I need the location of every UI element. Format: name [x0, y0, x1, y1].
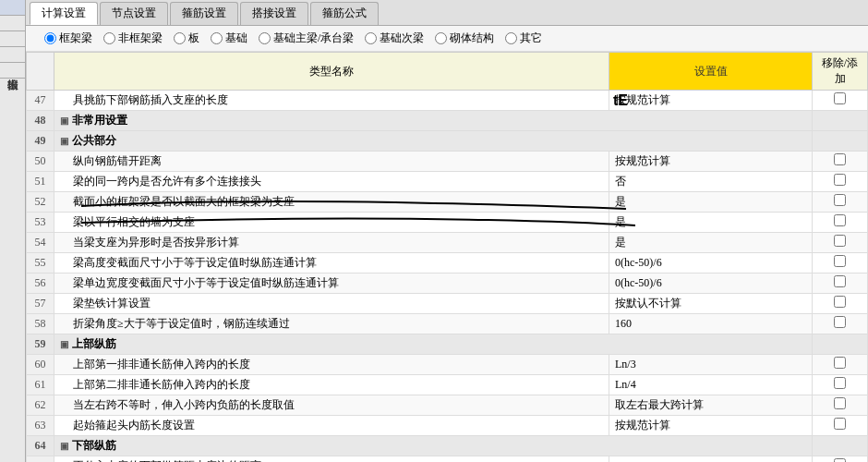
radio-foundation-secondary[interactable]: 基础次梁: [365, 30, 424, 46]
row-checkbox[interactable]: [834, 418, 846, 430]
action-cell[interactable]: [813, 375, 868, 395]
row-name: 上部第一排非通长筋伸入跨内的长度: [54, 355, 609, 375]
tab-bar: 计算设置 节点设置 箍筋设置 搭接设置 箍筋公式: [26, 0, 868, 26]
tab-stirrup-settings[interactable]: 箍筋设置: [170, 2, 238, 25]
settings-table: 类型名称 设置值 移除/添加 47具挑筋下部钢筋插入支座的长度按规范计算48▣非…: [26, 52, 868, 462]
action-cell[interactable]: [813, 395, 868, 416]
action-cell[interactable]: [813, 355, 868, 375]
row-value: 是: [609, 213, 813, 233]
row-checkbox[interactable]: [834, 275, 846, 287]
row-checkbox[interactable]: [834, 194, 846, 206]
action-cell: [813, 131, 868, 152]
row-checkbox[interactable]: [834, 296, 846, 308]
row-num: 54: [27, 233, 54, 253]
row-num: 64: [27, 436, 54, 456]
table-row: 52截面小的框架梁是否以截面大的框架梁为支座是: [27, 192, 868, 213]
row-checkbox[interactable]: [834, 397, 846, 409]
radio-foundation-main[interactable]: 基础主梁/承台梁: [259, 30, 354, 46]
row-name: 当左右跨不等时，伸入小跨内负筋的长度取值: [54, 395, 609, 416]
sidebar-item-engineering[interactable]: 工程设置: [0, 0, 25, 16]
action-cell[interactable]: [813, 152, 868, 172]
radio-frame-beam[interactable]: 框架梁: [44, 30, 92, 46]
action-cell[interactable]: [813, 294, 868, 314]
radio-masonry[interactable]: 砌体结构: [435, 30, 494, 46]
tab-node-settings[interactable]: 节点设置: [100, 2, 168, 25]
row-value: 否: [609, 172, 813, 192]
table-row: 60上部第一排非通长筋伸入跨内的长度Ln/3: [27, 355, 868, 375]
section-label-text: 上部纵筋: [72, 336, 116, 352]
table-row: 55梁高度变截面尺寸小于等于设定值时纵筋连通计算0(hc-50)/6: [27, 253, 868, 274]
radio-other-label: 其它: [520, 30, 542, 46]
action-cell[interactable]: [813, 172, 868, 192]
sidebar-item-component[interactable]: 单构件输入: [0, 31, 25, 47]
radio-other[interactable]: 其它: [505, 30, 542, 46]
radio-slab[interactable]: 板: [174, 30, 199, 46]
table-row: 61上部第二排非通长筋伸入跨内的长度Ln/4: [27, 375, 868, 395]
row-value: 0(hc-50)/6: [609, 253, 813, 274]
sidebar-item-sample[interactable]: 翻样明细: [0, 47, 25, 63]
radio-foundation-secondary-label: 基础次梁: [380, 30, 424, 46]
table-row: 58折梁角度≥大于等于设定值时，钢筋连续通过160: [27, 314, 868, 334]
action-cell[interactable]: [813, 233, 868, 253]
col-header-action: 移除/添加: [813, 53, 868, 91]
row-checkbox[interactable]: [834, 235, 846, 247]
action-cell[interactable]: [813, 456, 868, 463]
sidebar-item-report[interactable]: 报表输出: [0, 63, 25, 79]
action-cell[interactable]: [813, 91, 868, 111]
action-cell[interactable]: [813, 274, 868, 294]
table-row: 54当梁支座为异形时是否按异形计算是: [27, 233, 868, 253]
tab-stirrup-formula[interactable]: 箍筋公式: [310, 2, 379, 25]
action-cell[interactable]: [813, 192, 868, 213]
row-checkbox[interactable]: [834, 255, 846, 267]
action-cell[interactable]: [813, 314, 868, 334]
row-num: 49: [27, 131, 54, 152]
row-num: 65: [27, 456, 54, 463]
row-checkbox[interactable]: [834, 377, 846, 389]
expand-icon[interactable]: ▣: [60, 116, 68, 126]
row-value: 是: [609, 192, 813, 213]
sidebar-item-drawing[interactable]: 绘图输入: [0, 16, 25, 31]
row-num: 48: [27, 111, 54, 131]
table-row: 62当左右跨不等时，伸入小跨内负筋的长度取值取左右最大跨计算: [27, 395, 868, 416]
action-cell[interactable]: [813, 253, 868, 274]
radio-foundation[interactable]: 基础: [211, 30, 247, 46]
row-num: 60: [27, 355, 54, 375]
row-value: Ln/4: [609, 375, 813, 395]
expand-icon[interactable]: ▣: [60, 441, 68, 451]
row-value: 160: [609, 314, 813, 334]
row-checkbox[interactable]: [834, 357, 846, 369]
row-checkbox[interactable]: [834, 214, 846, 226]
table-row: 65不伸入支座的下部纵筋距支座边的距离0.1*L: [27, 456, 868, 463]
action-cell[interactable]: [813, 213, 868, 233]
tab-lap-settings[interactable]: 搭接设置: [240, 2, 308, 25]
row-name: 折梁角度≥大于等于设定值时，钢筋连续通过: [54, 314, 609, 334]
tab-calc-settings[interactable]: 计算设置: [30, 2, 98, 25]
section-label-text: 下部纵筋: [72, 438, 116, 454]
action-cell: [813, 334, 868, 355]
action-cell[interactable]: [813, 416, 868, 436]
row-num: 55: [27, 253, 54, 274]
expand-icon[interactable]: ▣: [60, 136, 68, 146]
table-row: 51梁的同一跨内是否允许有多个连接接头否: [27, 172, 868, 192]
row-checkbox[interactable]: [834, 92, 846, 104]
row-checkbox[interactable]: [834, 174, 846, 186]
col-header-value: 设置值: [609, 53, 813, 91]
table-wrapper: 类型名称 设置值 移除/添加 47具挑筋下部钢筋插入支座的长度按规范计算48▣非…: [26, 52, 868, 462]
row-checkbox[interactable]: [834, 458, 846, 462]
section-name: ▣上部纵筋: [54, 334, 813, 355]
main-panel: 计算设置 节点设置 箍筋设置 搭接设置 箍筋公式 框架梁 非框架梁 板 基础 基…: [26, 0, 868, 462]
row-name: 梁单边宽度变截面尺寸小于等于设定值时纵筋连通计算: [54, 274, 609, 294]
row-name: 梁垫铁计算设置: [54, 294, 609, 314]
row-num: 57: [27, 294, 54, 314]
table-container[interactable]: 类型名称 设置值 移除/添加 47具挑筋下部钢筋插入支座的长度按规范计算48▣非…: [26, 52, 868, 462]
table-row: 63起始箍起头内筋长度设置按规范计算: [27, 416, 868, 436]
row-checkbox[interactable]: [834, 316, 846, 328]
expand-icon[interactable]: ▣: [60, 339, 68, 349]
radio-bar: 框架梁 非框架梁 板 基础 基础主梁/承台梁 基础次梁 砌体结构 其它: [26, 26, 868, 52]
radio-non-frame-beam[interactable]: 非框架梁: [103, 30, 163, 46]
row-value: Ln/3: [609, 355, 813, 375]
radio-frame-beam-label: 框架梁: [59, 30, 92, 46]
row-value: 取左右最大跨计算: [609, 395, 813, 416]
col-header-name: 类型名称: [54, 53, 609, 91]
row-checkbox[interactable]: [834, 153, 846, 165]
